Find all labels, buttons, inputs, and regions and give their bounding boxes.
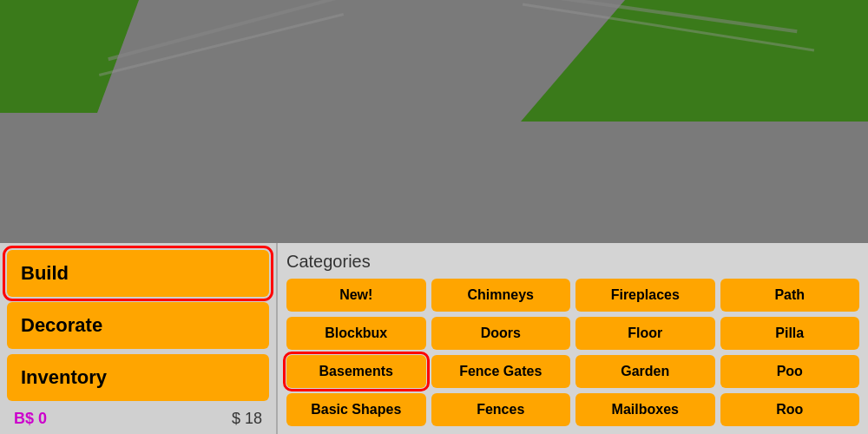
category-mailboxes[interactable]: Mailboxes [575, 393, 715, 426]
category-pillars[interactable]: Pilla [720, 317, 860, 350]
currency-label: B$ 0 [14, 410, 47, 428]
inventory-button[interactable]: Inventory [7, 354, 269, 401]
category-pool[interactable]: Poo [720, 355, 860, 388]
categories-title: Categories [286, 252, 859, 272]
category-basic-shapes[interactable]: Basic Shapes [286, 393, 426, 426]
category-basements[interactable]: Basements [286, 355, 426, 388]
category-doors[interactable]: Doors [431, 317, 571, 350]
category-fireplaces[interactable]: Fireplaces [575, 279, 715, 312]
category-blockbux[interactable]: Blockbux [286, 317, 426, 350]
category-new[interactable]: New! [286, 279, 426, 312]
road-line-2 [99, 13, 344, 76]
categories-grid: New! Chimneys Fireplaces Path Blockbux D… [286, 279, 859, 426]
ui-panel: Build Decorate Inventory B$ 0 $ 18 Categ… [0, 243, 868, 434]
category-garden[interactable]: Garden [575, 355, 715, 388]
money-label: $ 18 [232, 410, 262, 428]
road-line-1 [108, 0, 343, 61]
build-button[interactable]: Build [7, 250, 269, 297]
category-chimneys[interactable]: Chimneys [431, 279, 571, 312]
category-fence-gates[interactable]: Fence Gates [431, 355, 571, 388]
category-fences[interactable]: Fences [431, 393, 571, 426]
category-path[interactable]: Path [720, 279, 860, 312]
categories-panel: Categories New! Chimneys Fireplaces Path… [278, 243, 868, 434]
category-floor[interactable]: Floor [575, 317, 715, 350]
decorate-button[interactable]: Decorate [7, 302, 269, 349]
sidebar-footer: B$ 0 $ 18 [7, 406, 269, 431]
category-roofing[interactable]: Roo [720, 393, 860, 426]
sidebar: Build Decorate Inventory B$ 0 $ 18 [0, 243, 278, 434]
